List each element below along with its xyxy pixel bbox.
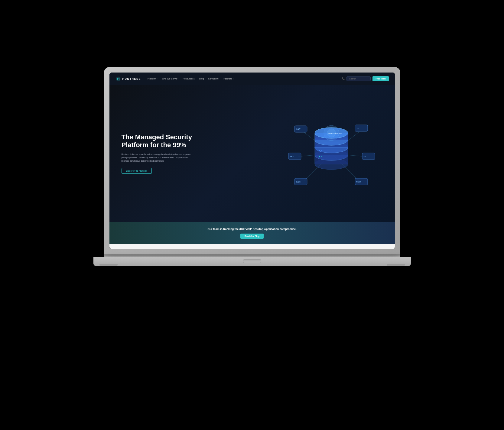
hero-illustration: 24/7 TIT 111 NGAV ED [286, 108, 377, 199]
nav-platform[interactable]: Platform ▾ [146, 76, 159, 81]
nav-partners[interactable]: Partners ▾ [222, 76, 235, 81]
explore-platform-button[interactable]: Explore The Platform [122, 168, 152, 174]
svg-text:NGAV: NGAV [356, 181, 361, 183]
navbar: HUNTRESS Platform ▾ Who We Serve ▾ Resou… [109, 73, 395, 85]
laptop-foot-left [99, 264, 118, 266]
svg-text:DEF: DEF [290, 156, 294, 157]
laptop-lid: HUNTRESS Platform ▾ Who We Serve ▾ Resou… [104, 67, 400, 254]
svg-point-34 [321, 150, 322, 151]
laptop-scene: HUNTRESS Platform ▾ Who We Serve ▾ Resou… [86, 67, 418, 363]
laptop-foot-right [387, 264, 405, 266]
logo-text: HUNTRESS [122, 77, 141, 80]
banner-text: Our team is tracking the 3CX VOIP Deskto… [207, 228, 297, 231]
nav-resources[interactable]: Resources ▾ [181, 76, 197, 81]
laptop-base [93, 257, 411, 266]
svg-point-33 [319, 150, 320, 151]
chevron-down-icon: ▾ [157, 78, 158, 80]
chevron-down-icon: ▾ [233, 78, 234, 80]
free-trial-button[interactable]: Free Trial [372, 76, 389, 81]
svg-point-32 [321, 156, 322, 157]
huntress-logo-icon [115, 76, 121, 82]
svg-point-31 [319, 156, 320, 157]
svg-text:EDR: EDR [296, 181, 301, 183]
trackpad-notch [243, 259, 261, 263]
alert-banner: Our team is tracking the 3CX VOIP Deskto… [109, 222, 395, 244]
svg-text:HUNTRESS: HUNTRESS [328, 132, 342, 135]
server-graphic: 24/7 TIT 111 NGAV ED [286, 108, 377, 199]
phone-icon: 📞 [342, 77, 345, 80]
hero-content: The Managed Security Platform for the 99… [122, 133, 212, 174]
chevron-down-icon: ▾ [177, 78, 178, 80]
bottom-strip [109, 244, 395, 249]
svg-text:111: 111 [363, 156, 366, 157]
svg-text:24/7: 24/7 [296, 128, 301, 130]
read-blog-button[interactable]: Read Our Blog [240, 234, 264, 239]
website: HUNTRESS Platform ▾ Who We Serve ▾ Resou… [109, 73, 395, 249]
svg-text:TIT: TIT [357, 128, 359, 129]
chevron-down-icon: ▾ [194, 78, 195, 80]
screen-bezel: HUNTRESS Platform ▾ Who We Serve ▾ Resou… [109, 73, 395, 249]
logo-area: HUNTRESS [115, 76, 141, 82]
nav-company[interactable]: Company ▾ [206, 76, 221, 81]
chevron-down-icon: ▾ [218, 78, 219, 80]
nav-blog[interactable]: Blog [197, 76, 206, 81]
hero-title: The Managed Security Platform for the 99… [122, 133, 212, 149]
nav-links: Platform ▾ Who We Serve ▾ Resources ▾ [146, 76, 340, 81]
hero-description: Huntress delivers a powerful suite of ma… [122, 153, 194, 163]
nav-who-we-serve[interactable]: Who We Serve ▾ [160, 76, 180, 81]
search-input[interactable] [346, 76, 371, 81]
nav-right: 📞 Free Trial [342, 76, 389, 81]
laptop-hinge [104, 254, 400, 257]
hero-section: The Managed Security Platform for the 99… [109, 85, 395, 222]
